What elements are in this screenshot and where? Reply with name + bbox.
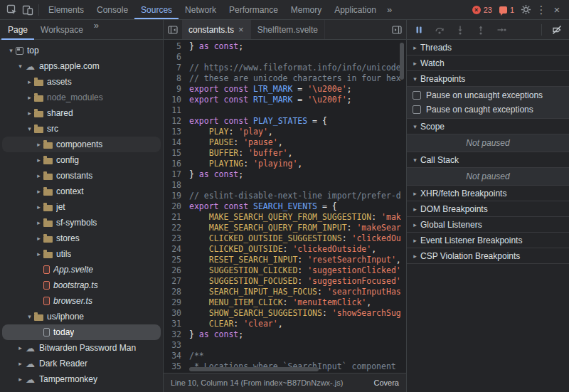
tree-item-node-modules[interactable]: ▸node_modules <box>2 90 161 105</box>
code-text[interactable]: CLEAR: 'clear', <box>189 319 283 329</box>
line-number[interactable]: 30 <box>164 308 189 319</box>
code-text[interactable]: PAUSE: 'pause', <box>189 137 283 148</box>
tree-item-components[interactable]: ▸components <box>2 137 161 152</box>
code-text[interactable]: export const PLAY_STATES = { <box>189 116 327 127</box>
line-number[interactable]: 6 <box>164 52 189 63</box>
hide-navigator-icon[interactable] <box>164 20 182 39</box>
line-number[interactable]: 34 <box>164 351 189 361</box>
code-text[interactable]: } as const; <box>189 329 243 340</box>
close-icon[interactable]: × <box>549 2 565 18</box>
issue-badge[interactable]: 1 <box>496 6 518 14</box>
close-tab-icon[interactable]: × <box>238 24 244 35</box>
tree-item-sf-symbols[interactable]: ▸sf-symbols <box>2 215 161 231</box>
section-breakpoints[interactable]: ▾Breakpoints <box>407 71 569 87</box>
device-toolbar-icon[interactable] <box>20 2 36 18</box>
code-text[interactable]: MENU_ITEM_CLICK: 'menuItemClick', <box>189 297 371 308</box>
tree-item-bitwarden-password-man[interactable]: ▸☁Bitwarden Password Man <box>2 340 161 356</box>
code-text[interactable]: PLAYING: 'playing', <box>189 159 302 169</box>
tab-application[interactable]: Application <box>328 0 383 19</box>
code-text[interactable]: } as const; <box>189 169 243 180</box>
section-call-stack[interactable]: ▾Call Stack <box>407 152 569 168</box>
code-text[interactable]: BUFFER: 'buffer', <box>189 148 292 159</box>
tree-item-today[interactable]: today <box>2 324 161 340</box>
section-xhr-fetch-breakpoints[interactable]: ▸XHR/fetch Breakpoints <box>407 186 569 201</box>
tree-item-tampermonkey[interactable]: ▸☁Tampermonkey <box>2 371 161 387</box>
checkbox[interactable] <box>413 105 421 114</box>
tree-item-stores[interactable]: ▸stores <box>2 231 161 246</box>
code-text[interactable]: CLICKED_OUTSIDE: 'clickedOutside', <box>189 244 376 255</box>
line-number[interactable]: 9 <box>164 84 189 95</box>
line-number[interactable]: 14 <box>164 137 189 148</box>
tree-item-top[interactable]: ▾top <box>2 43 161 58</box>
section-dom-breakpoints[interactable]: ▸DOM Breakpoints <box>407 201 569 217</box>
tab-network[interactable]: Network <box>179 0 223 19</box>
checkbox-row-pause-on-caught-exceptions[interactable]: Pause on caught exceptions <box>407 102 569 117</box>
line-number[interactable]: 25 <box>164 255 189 265</box>
code-text[interactable]: PLAY: 'play', <box>189 127 273 137</box>
navigator-tab-page[interactable]: Page <box>1 20 34 40</box>
section-event-listener-breakpoints[interactable]: ▸Event Listener Breakpoints <box>407 233 569 248</box>
line-number[interactable]: 5 <box>164 41 189 52</box>
code-text[interactable]: export const RTL_MARK = '\u200f'; <box>189 95 352 105</box>
section-scope[interactable]: ▾Scope <box>407 119 569 134</box>
line-number[interactable]: 35 <box>164 361 189 372</box>
line-number[interactable]: 13 <box>164 127 189 137</box>
tree-item-jet[interactable]: ▸jet <box>2 199 161 215</box>
more-navigator-tabs-chevron[interactable]: » <box>90 20 103 39</box>
line-number[interactable]: 10 <box>164 95 189 105</box>
code-text[interactable]: SUGGESTION_CLICKED: 'suggestionClicked' <box>189 265 401 276</box>
section-global-listeners[interactable]: ▸Global Listeners <box>407 217 569 233</box>
line-number[interactable]: 33 <box>164 340 189 351</box>
code-text[interactable]: SEARCH_INPUT_HAS_FOCUS: 'searchInputHas <box>189 287 401 297</box>
line-number[interactable]: 21 <box>164 212 189 223</box>
vertical-scrollbar[interactable] <box>400 41 405 366</box>
menu-dots-icon[interactable]: ⋮ <box>533 2 549 18</box>
code-text[interactable]: export const SEARCH_EVENTS = { <box>189 201 337 212</box>
section-csp-violation-breakpoints[interactable]: ▸CSP Violation Breakpoints <box>407 248 569 264</box>
scrollbar-thumb[interactable] <box>189 367 319 371</box>
section-watch[interactable]: ▸Watch <box>407 55 569 71</box>
checkbox-row-pause-on-uncaught-exceptions[interactable]: Pause on uncaught exceptions <box>407 88 569 102</box>
tree-item-assets[interactable]: ▸assets <box>2 74 161 90</box>
line-number[interactable]: 22 <box>164 223 189 233</box>
open-editor-pane-icon[interactable] <box>388 20 406 39</box>
tree-item-browser-ts[interactable]: browser.ts <box>2 293 161 309</box>
tab-sources[interactable]: Sources <box>134 0 179 19</box>
code-text[interactable]: RESET_SEARCH_INPUT: 'resetSearchInput', <box>189 255 401 265</box>
scrollbar-thumb[interactable] <box>400 43 404 80</box>
more-panels-chevron[interactable]: » <box>383 4 396 15</box>
line-number[interactable]: 11 <box>164 105 189 116</box>
step-out-icon[interactable] <box>475 24 486 36</box>
code-text[interactable]: SHOW_SEARCH_SUGGESTIONS: 'showSearchSug <box>189 308 401 319</box>
line-number[interactable]: 8 <box>164 73 189 84</box>
line-number[interactable]: 18 <box>164 180 189 191</box>
step-into-icon[interactable] <box>454 24 466 36</box>
deactivate-breakpoints-icon[interactable] <box>551 24 563 36</box>
tree-item-constants[interactable]: ▸constants <box>2 168 161 184</box>
editor-tab-constants-ts[interactable]: constants.ts× <box>182 20 251 39</box>
error-badge[interactable]: × 23 <box>469 6 496 14</box>
line-number[interactable]: 17 <box>164 169 189 180</box>
line-number[interactable]: 15 <box>164 148 189 159</box>
tree-item-context[interactable]: ▸context <box>2 184 161 199</box>
settings-gear-icon[interactable] <box>518 2 533 18</box>
line-number[interactable]: 16 <box>164 159 189 169</box>
tree-item-config[interactable]: ▸config <box>2 152 161 168</box>
code-text[interactable]: // these are unicode characters in four … <box>189 73 401 84</box>
code-text[interactable]: // https://www.fileformat.info/info/unic… <box>189 63 401 73</box>
tab-console[interactable]: Console <box>90 0 134 19</box>
code-text[interactable]: SUGGESTION_FOCUSED: 'suggestionFocused' <box>189 276 401 287</box>
line-number[interactable]: 19 <box>164 191 189 201</box>
tree-item-bootstrap-ts[interactable]: bootstrap.ts <box>2 277 161 293</box>
code-text[interactable]: CLICKED_OUTSIDE_SUGGESTIONS: 'clickedOu <box>189 233 401 244</box>
editor-tab-shelfitem-svelte[interactable]: ShelfItem.svelte <box>251 20 325 39</box>
tab-memory[interactable]: Memory <box>284 0 328 19</box>
line-number[interactable]: 31 <box>164 319 189 329</box>
line-number[interactable]: 29 <box>164 297 189 308</box>
line-number[interactable]: 20 <box>164 201 189 212</box>
tree-item-dark-reader[interactable]: ▸☁Dark Reader <box>2 356 161 371</box>
line-number[interactable]: 27 <box>164 276 189 287</box>
line-number[interactable]: 23 <box>164 233 189 244</box>
step-icon[interactable] <box>496 24 507 36</box>
tree-item-utils[interactable]: ▸utils <box>2 246 161 262</box>
